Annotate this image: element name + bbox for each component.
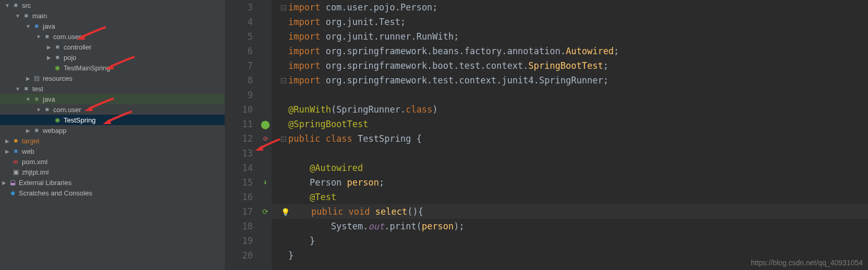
fold-icon[interactable]: − <box>281 137 286 142</box>
tree-label: web <box>22 148 34 155</box>
project-tree-panel: ▼ ■ src ▼ ■ main ▼ ■ java ▼ ■ com.user ▶… <box>0 0 225 270</box>
folder-icon: ■ <box>32 126 41 134</box>
chevron-down-icon: ▼ <box>24 95 32 103</box>
source-folder-icon: ■ <box>32 22 41 30</box>
tree-label: webapp <box>43 127 67 134</box>
code-area[interactable]: −import com.user.pojo.Person;import org.… <box>272 0 868 270</box>
gutter-icons: ⬤⊘⬇⟳ <box>259 0 272 270</box>
code-line[interactable]: @RunWith(SpringRunner.class) <box>272 102 868 117</box>
line-number-gutter: 34567891011121314151617181920 <box>225 0 259 270</box>
chevron-down-icon: ▼ <box>34 32 43 41</box>
spring-run-icon: ⬤ <box>261 119 270 129</box>
tree-item-com-user-test[interactable]: ▼ ■ com.user <box>0 104 225 115</box>
tree-label: TestSpring <box>64 116 95 124</box>
line-number: 6 <box>225 44 253 58</box>
chevron-down-icon: ▼ <box>24 22 32 30</box>
folder-icon: ■ <box>22 11 30 20</box>
package-icon: ■ <box>53 53 62 62</box>
tree-item-java-main[interactable]: ▼ ■ java <box>0 21 225 31</box>
code-line[interactable]: import org.junit.Test; <box>272 15 868 29</box>
scratches-icon: ◆ <box>8 189 17 197</box>
code-line[interactable]: System.out.print(person); <box>272 219 868 234</box>
code-line[interactable]: } <box>272 234 868 248</box>
tree-label: com.user <box>53 106 81 114</box>
chevron-down-icon: ▼ <box>34 105 43 114</box>
line-number: 16 <box>225 190 253 204</box>
tree-label: controller <box>64 43 91 51</box>
tree-item-web[interactable]: ▶ ■ web <box>0 146 225 156</box>
tree-label: resources <box>43 75 72 82</box>
tree-label: java <box>43 22 55 30</box>
tree-item-src[interactable]: ▼ ■ src <box>0 0 225 10</box>
line-number: 3 <box>225 0 253 15</box>
tree-item-com-user-main[interactable]: ▼ ■ com.user <box>0 31 225 42</box>
tree-item-java-test[interactable]: ▼ ■ java <box>0 94 225 104</box>
chevron-right-icon: ▶ <box>3 137 11 145</box>
tree-item-iml[interactable]: ▣ zhjtpt.iml <box>0 167 225 177</box>
intention-bulb-icon[interactable]: 💡 <box>281 208 290 216</box>
resources-folder-icon: ▤ <box>32 74 41 82</box>
package-icon: ■ <box>53 43 62 51</box>
package-icon: ■ <box>43 105 51 114</box>
web-folder-icon: ■ <box>11 147 20 155</box>
code-line[interactable]: import org.springframework.beans.factory… <box>272 44 868 58</box>
tree-label: zhjtpt.iml <box>22 168 48 176</box>
tree-item-testspring[interactable]: ◉ TestSpring <box>0 115 225 125</box>
folder-icon: ■ <box>22 84 30 93</box>
tree-item-webapp[interactable]: ▶ ■ webapp <box>0 125 225 136</box>
code-line[interactable] <box>272 146 868 161</box>
code-line[interactable]: 💡 public void select(){ <box>272 204 868 219</box>
chevron-right-icon: ▶ <box>24 126 32 134</box>
line-number: 14 <box>225 161 253 175</box>
code-line[interactable]: @SpringBootTest <box>272 117 868 131</box>
watermark-text: https://blog.csdn.net/qq_40931054 <box>751 259 863 267</box>
code-line[interactable]: Person person; <box>272 175 868 190</box>
code-line[interactable]: @Autowired <box>272 161 868 175</box>
tree-item-main[interactable]: ▼ ■ main <box>0 10 225 21</box>
chevron-right-icon: ▶ <box>45 53 53 62</box>
line-number: 9 <box>225 88 253 102</box>
line-number: 12 <box>225 131 253 146</box>
tree-item-resources[interactable]: ▶ ▤ resources <box>0 73 225 83</box>
tree-item-testmainspring[interactable]: ◉ TestMainSpring <box>0 63 225 73</box>
code-line[interactable]: −public class TestSpring { <box>272 131 868 146</box>
tree-label: test <box>32 85 43 93</box>
line-number: 19 <box>225 234 253 248</box>
package-icon: ■ <box>43 32 51 41</box>
tree-item-scratches[interactable]: ◆ Scratches and Consoles <box>0 188 225 198</box>
line-number: 5 <box>225 29 253 44</box>
tree-label: target <box>22 137 39 145</box>
chevron-down-icon: ▼ <box>14 11 22 20</box>
chevron-right-icon: ▶ <box>24 74 32 82</box>
line-number: 17 <box>225 204 253 219</box>
tree-label: Scratches and Consoles <box>19 189 92 197</box>
tree-label: java <box>43 95 55 103</box>
tree-item-pom[interactable]: m pom.xml <box>0 156 225 167</box>
tree-label: TestMainSpring <box>64 64 111 72</box>
code-line[interactable] <box>272 88 868 102</box>
code-line[interactable]: −import org.springframework.test.context… <box>272 73 868 88</box>
spring-class-icon: ◉ <box>53 116 62 124</box>
code-editor[interactable]: 34567891011121314151617181920 ⬤⊘⬇⟳ −impo… <box>225 0 868 270</box>
tree-label: com.user <box>53 33 81 41</box>
tree-item-pojo[interactable]: ▶ ■ pojo <box>0 52 225 63</box>
tree-item-target[interactable]: ▶ ■ target <box>0 136 225 146</box>
fold-icon[interactable]: − <box>281 5 286 10</box>
tree-item-test[interactable]: ▼ ■ test <box>0 83 225 94</box>
code-line[interactable]: import org.springframework.boot.test.con… <box>272 58 868 73</box>
line-number: 15 <box>225 175 253 190</box>
tree-label: External Libraries <box>19 179 71 187</box>
code-line[interactable]: @Test <box>272 190 868 204</box>
chevron-right-icon: ▶ <box>0 178 8 187</box>
code-line[interactable]: import org.junit.runner.RunWith; <box>272 29 868 44</box>
excluded-folder-icon: ■ <box>11 137 20 145</box>
line-number: 13 <box>225 146 253 161</box>
code-line[interactable]: −import com.user.pojo.Person; <box>272 0 868 15</box>
tree-item-controller[interactable]: ▶ ■ controller <box>0 42 225 52</box>
error-gutter-icon: ⊘ <box>263 134 267 143</box>
tree-label: pom.xml <box>22 158 47 166</box>
tree-item-external-libraries[interactable]: ▶ ⬓ External Libraries <box>0 177 225 188</box>
line-number: 7 <box>225 58 253 73</box>
fold-icon[interactable]: − <box>281 78 286 83</box>
line-number: 11 <box>225 117 253 131</box>
